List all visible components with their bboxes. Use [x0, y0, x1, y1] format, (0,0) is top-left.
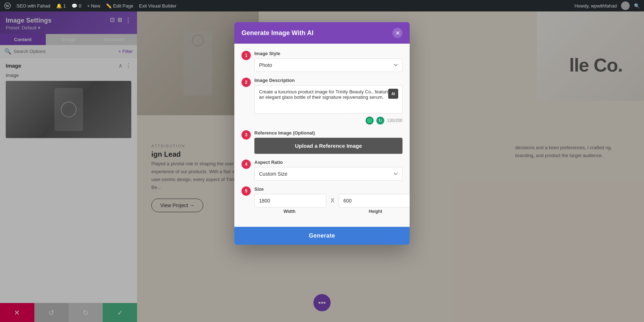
step-2-badge: 2: [241, 78, 251, 87]
aspect-ratio-group: 4 Aspect Ratio Custom Size: [241, 160, 402, 181]
aspect-ratio-content: Aspect Ratio Custom Size: [254, 160, 402, 181]
avatar: [621, 1, 630, 10]
image-style-content: Image Style Photo: [254, 51, 402, 72]
comment-item[interactable]: 💬0: [72, 3, 81, 9]
size-separator: X: [331, 197, 335, 204]
char-count: 130/200: [387, 118, 402, 123]
width-input[interactable]: [254, 194, 326, 208]
size-label: Size: [254, 186, 410, 192]
reference-image-label: Reference Image (Optional): [254, 130, 402, 136]
size-content: Size X Width Height: [254, 186, 410, 214]
aspect-ratio-row: 4 Aspect Ratio Custom Size: [241, 160, 402, 181]
step-3-badge: 3: [241, 130, 251, 140]
aspect-ratio-select[interactable]: Custom Size: [254, 167, 402, 181]
image-style-label: Image Style: [254, 51, 402, 56]
reference-image-content: Reference Image (Optional) Upload a Refe…: [254, 130, 402, 154]
howdy-text: Howdy, wpwithfahad: [575, 3, 617, 9]
image-description-content: Image Description Create a luxurious pro…: [254, 78, 402, 125]
image-style-select[interactable]: Photo: [254, 58, 402, 72]
ai-badge: AI: [388, 89, 398, 99]
modal-header: Generate Image With AI ✕: [234, 22, 410, 44]
site-name-link[interactable]: SEO with Fahad: [16, 3, 50, 9]
admin-bar-right: Howdy, wpwithfahad 🔍: [575, 1, 640, 10]
image-description-group: 2 Image Description Create a luxurious p…: [241, 78, 402, 125]
new-item[interactable]: + New: [87, 3, 100, 9]
inner-circle: [367, 118, 372, 123]
size-inputs-row: X: [254, 194, 410, 208]
refresh-circle-icon[interactable]: ↻: [376, 117, 384, 125]
size-group: 5 Size X Width H: [241, 186, 402, 214]
upload-reference-button[interactable]: Upload a Reference Image: [254, 138, 402, 154]
exit-builder-link[interactable]: Exit Visual Builder: [139, 3, 177, 9]
size-labels-row: Width Height: [254, 209, 410, 214]
green-circle-icon[interactable]: [366, 117, 374, 125]
step-5-badge: 5: [241, 186, 251, 196]
reference-image-row: 3 Reference Image (Optional) Upload a Re…: [241, 130, 402, 154]
modal-footer: Generate: [234, 227, 410, 245]
modal-body: 1 Image Style Photo 2: [234, 44, 410, 227]
notification-item[interactable]: 🔔1: [56, 3, 66, 9]
textarea-footer: ↻ 130/200: [254, 117, 402, 125]
height-label: Height: [340, 209, 410, 214]
generate-button[interactable]: Generate: [234, 227, 410, 245]
aspect-ratio-label: Aspect Ratio: [254, 160, 402, 165]
textarea-wrapper: Create a luxurious product image for Tri…: [254, 85, 402, 115]
generate-image-modal: Generate Image With AI ✕ 1 Image Style: [234, 22, 410, 245]
svg-text:W: W: [6, 4, 9, 8]
admin-bar: W SEO with Fahad 🔔1 💬0 + New ✏️Edit Page…: [0, 0, 644, 11]
image-style-row: 1 Image Style Photo: [241, 51, 402, 72]
step-1-badge: 1: [241, 51, 251, 60]
search-icon[interactable]: 🔍: [634, 3, 640, 9]
page-background: Image Settings ⊡ ⊞ ⋮ Preset: Default ▾ C…: [0, 11, 644, 322]
step-4-badge: 4: [241, 160, 251, 169]
refresh-icon: ↻: [379, 118, 382, 123]
modal-close-button[interactable]: ✕: [392, 28, 402, 38]
modal-title: Generate Image With AI: [241, 29, 313, 37]
image-description-row: 2 Image Description Create a luxurious p…: [241, 78, 402, 125]
size-row: 5 Size X Width H: [241, 186, 402, 214]
wp-logo[interactable]: W: [4, 3, 11, 9]
modal-overlay: Generate Image With AI ✕ 1 Image Style: [0, 11, 644, 322]
reference-image-group: 3 Reference Image (Optional) Upload a Re…: [241, 130, 402, 154]
image-description-textarea[interactable]: Create a luxurious product image for Tri…: [254, 85, 402, 114]
width-label: Width: [254, 209, 325, 214]
edit-page-link[interactable]: ✏️Edit Page: [106, 3, 133, 9]
close-icon: ✕: [395, 30, 400, 36]
image-style-group: 1 Image Style Photo: [241, 51, 402, 72]
height-input[interactable]: [339, 194, 410, 208]
image-description-label: Image Description: [254, 78, 402, 83]
